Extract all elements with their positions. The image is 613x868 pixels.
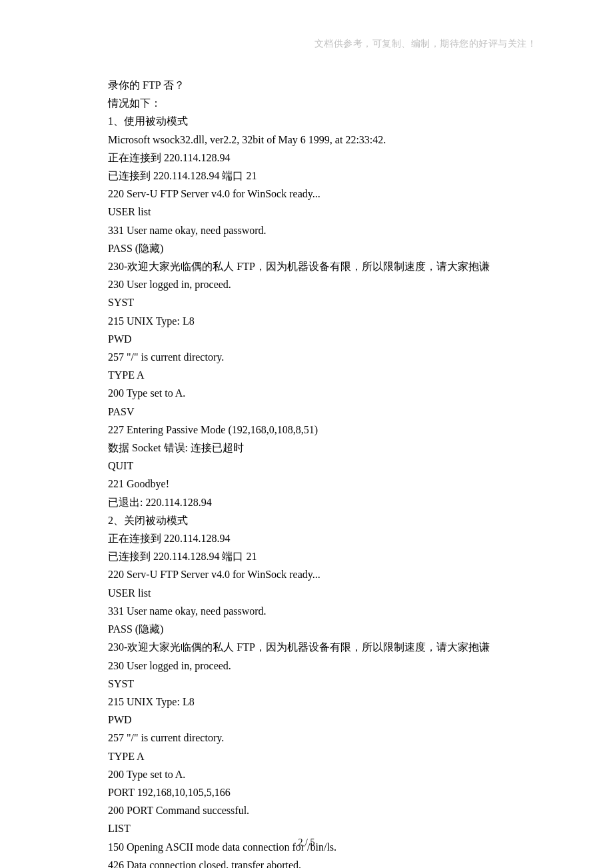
content-line: 已退出: 220.114.128.94 (108, 493, 511, 511)
content-line: 已连接到 220.114.128.94 端口 21 (108, 547, 511, 565)
content-line: 2、关闭被动模式 (108, 511, 511, 529)
content-line: TYPE A (108, 366, 511, 384)
content-line: TYPE A (108, 747, 511, 765)
content-line: 227 Entering Passive Mode (192,168,0,108… (108, 421, 511, 439)
content-line: 230-欢迎大家光临偶的私人 FTP，因为机器设备有限，所以限制速度，请大家抱谦 (108, 638, 511, 656)
content-line: 正在连接到 220.114.128.94 (108, 529, 511, 547)
content-line: LIST (108, 819, 511, 837)
content-line: 257 "/" is current directory. (108, 348, 511, 366)
content-line: 1、使用被动模式 (108, 112, 511, 130)
content-line: 200 Type set to A. (108, 384, 511, 402)
content-line: USER list (108, 584, 511, 602)
content-line: 220 Serv-U FTP Server v4.0 for WinSock r… (108, 185, 511, 203)
content-line: 331 User name okay, need password. (108, 602, 511, 620)
content-line: PASV (108, 403, 511, 421)
content-line: 221 Goodbye! (108, 475, 511, 493)
content-line: PWD (108, 711, 511, 729)
content-line: 331 User name okay, need password. (108, 221, 511, 239)
content-line: 200 Type set to A. (108, 765, 511, 783)
content-line: 230 User logged in, proceed. (108, 275, 511, 293)
content-line: 215 UNIX Type: L8 (108, 312, 511, 330)
content-line: QUIT (108, 457, 511, 475)
content-line: 257 "/" is current directory. (108, 729, 511, 747)
content-line: SYST (108, 675, 511, 693)
content-line: 215 UNIX Type: L8 (108, 693, 511, 711)
content-line: PWD (108, 330, 511, 348)
content-line: PASS (隐藏) (108, 620, 511, 638)
header-note: 文档供参考，可复制、编制，期待您的好评与关注！ (314, 38, 537, 50)
content-line: PORT 192,168,10,105,5,166 (108, 783, 511, 801)
content-line: PASS (隐藏) (108, 239, 511, 257)
content-line: 230 User logged in, proceed. (108, 657, 511, 675)
content-line: 220 Serv-U FTP Server v4.0 for WinSock r… (108, 565, 511, 583)
content-line: Microsoft wsock32.dll, ver2.2, 32bit of … (108, 131, 511, 149)
content-line: 正在连接到 220.114.128.94 (108, 149, 511, 167)
content-line: 已连接到 220.114.128.94 端口 21 (108, 167, 511, 185)
page-number: 2 / 5 (0, 837, 613, 848)
content-line: 426 Data connection closed, transfer abo… (108, 856, 511, 868)
document-content: 录你的 FTP 否？情况如下：1、使用被动模式Microsoft wsock32… (108, 76, 511, 868)
content-line: 录你的 FTP 否？ (108, 76, 511, 94)
content-line: USER list (108, 203, 511, 221)
content-line: 200 PORT Command successful. (108, 801, 511, 819)
content-line: SYST (108, 293, 511, 311)
content-line: 数据 Socket 错误: 连接已超时 (108, 439, 511, 457)
content-line: 情况如下： (108, 94, 511, 112)
content-line: 230-欢迎大家光临偶的私人 FTP，因为机器设备有限，所以限制速度，请大家抱谦 (108, 257, 511, 275)
